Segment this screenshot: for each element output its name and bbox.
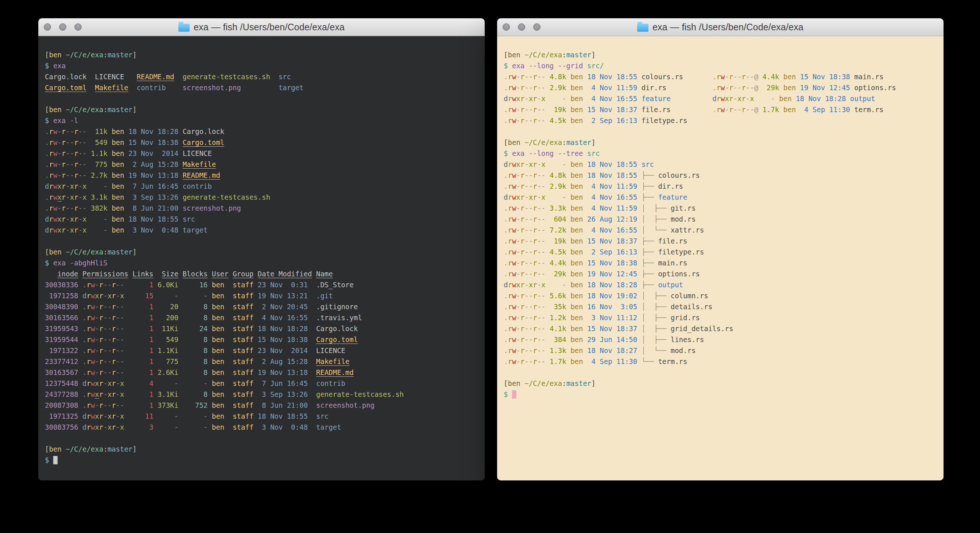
permission-char: .	[504, 182, 508, 190]
terminal-text: Group	[233, 270, 253, 278]
permission-char: x	[57, 182, 61, 190]
terminal-line: drwxr-xr-x - ben 3 Nov 0:48 target	[45, 225, 478, 235]
terminal-text: -	[87, 215, 108, 223]
terminal-text: $	[45, 62, 53, 70]
terminal-line: .rw-r--r-- 35k ben 16 Nov 3:05 │ ├── det…	[504, 301, 937, 312]
permission-char: w	[53, 138, 57, 147]
permission-char: -	[541, 335, 545, 343]
permission-char: r	[62, 128, 66, 136]
terminal-text: generate-testcases.sh	[308, 390, 404, 398]
terminal-text: src	[308, 412, 329, 420]
window-title: exa — fish /Users/ben/Code/exa/exa	[652, 22, 803, 32]
terminal-text: -	[178, 423, 207, 431]
permission-char: r	[508, 346, 512, 354]
permission-char: r	[86, 379, 91, 387]
terminal-line: .rwxr-xr-x 3.1k ben 3 Sep 13:26 generate…	[45, 191, 478, 203]
permission-char: -	[516, 116, 520, 124]
terminal-text: 16	[178, 281, 207, 289]
terminal-text: │ ├──	[637, 215, 671, 223]
terminal-line: inode Permissions Links Size Blocks User…	[45, 268, 478, 279]
zoom-button[interactable]	[75, 23, 82, 31]
close-button[interactable]	[44, 23, 51, 31]
terminal-text: Size	[162, 270, 178, 278]
permission-char: r	[533, 116, 537, 124]
terminal-line: [ben ~/C/e/exa:master]	[504, 378, 937, 389]
terminal-text	[178, 171, 182, 179]
terminal-text: 20	[154, 303, 179, 311]
permission-char: r	[508, 270, 512, 278]
permission-char: .	[83, 281, 86, 289]
permission-char: -	[525, 357, 528, 365]
terminal-text: src	[278, 73, 291, 81]
permission-char: -	[116, 281, 120, 289]
permission-char: x	[529, 94, 533, 102]
permission-char: -	[525, 314, 528, 322]
permission-char: r	[520, 193, 525, 201]
permission-char: -	[541, 116, 545, 124]
terminal-line: [ben ~/C/e/exa:master]	[504, 49, 937, 60]
permission-char: r	[49, 171, 53, 179]
permission-char: -	[78, 193, 83, 201]
terminal-output[interactable]: [ben ~/C/e/exa:master]$ exa --long --gri…	[497, 36, 943, 480]
permission-char: -	[78, 215, 83, 223]
permission-char: -	[529, 259, 533, 267]
terminal-text: -	[546, 281, 566, 289]
minimize-button[interactable]	[518, 23, 525, 31]
permission-char: .	[504, 303, 508, 311]
terminal-text: :	[103, 105, 107, 113]
permission-char: r	[508, 84, 512, 92]
terminal-text: colours.rs	[658, 171, 700, 179]
permission-char: d	[504, 160, 508, 168]
terminal-output[interactable]: [ben ~/C/e/exa:master]$ exaCargo.lock LI…	[38, 36, 485, 480]
terminal-line: .rw-r--r-- 3.3k ben 4 Nov 11:59 │ ├── gi…	[504, 203, 937, 214]
close-button[interactable]	[503, 23, 510, 31]
permission-char: -	[66, 171, 70, 179]
permission-char: w	[512, 94, 516, 102]
permission-char: r	[717, 94, 721, 102]
terminal-text: 29k	[758, 84, 779, 92]
permission-char: r	[508, 94, 512, 102]
permission-char: -	[516, 314, 520, 322]
terminal-text: output	[658, 281, 683, 289]
window-titlebar[interactable]: exa — fish /Users/ben/Code/exa/exa	[38, 18, 485, 36]
permission-char: r	[86, 412, 91, 420]
terminal-text: 8	[178, 314, 207, 322]
permission-char: -	[537, 116, 541, 124]
permission-char: -	[66, 128, 70, 136]
permission-char: -	[116, 335, 120, 343]
permission-char: .	[504, 259, 508, 267]
terminal-text	[683, 73, 712, 81]
permission-char: -	[525, 94, 528, 102]
permission-char: -	[108, 314, 111, 322]
permission-char: w	[91, 335, 95, 343]
terminal-text: 1	[124, 346, 154, 354]
traffic-lights	[503, 18, 541, 36]
terminal-text: git.rs	[671, 204, 696, 212]
terminal-text: exa -l	[53, 116, 78, 124]
permission-char: .	[45, 128, 49, 136]
permission-char: -	[537, 346, 541, 354]
terminal-line: 12375448 drwxr-xr-x 4 - - ben staff 7 Ju…	[45, 378, 478, 389]
permission-char: r	[533, 303, 537, 311]
permission-char: x	[529, 160, 533, 168]
permission-char: -	[120, 314, 124, 322]
terminal-text	[253, 270, 258, 278]
permission-char: -	[525, 346, 528, 354]
permission-char: -	[537, 292, 541, 300]
terminal-text: 1.3k	[546, 346, 566, 354]
permission-char: -	[116, 303, 120, 311]
permission-char: w	[53, 226, 57, 234]
terminal-text: ben	[207, 401, 224, 409]
permission-char: x	[120, 379, 124, 387]
window-titlebar[interactable]: exa — fish /Users/ben/Code/exa/exa	[497, 18, 943, 36]
terminal-text: staff	[224, 314, 253, 322]
minimize-button[interactable]	[59, 23, 66, 31]
terminal-text: ben	[49, 51, 61, 59]
permission-char: r	[74, 171, 78, 179]
permission-char: x	[516, 281, 520, 289]
terminal-text: 2.7k	[87, 171, 108, 179]
zoom-button[interactable]	[533, 23, 541, 31]
terminal-text: contrib	[308, 379, 345, 387]
terminal-text: ben	[566, 292, 583, 300]
permission-char: d	[83, 423, 86, 431]
